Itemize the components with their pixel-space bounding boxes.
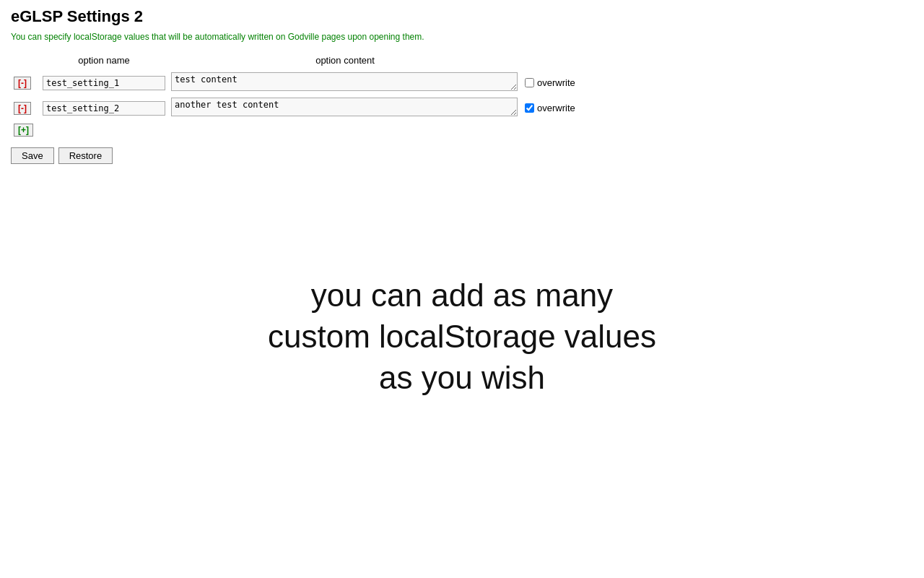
watermark-line3: as you wish (0, 357, 924, 398)
overwrite-label: overwrite (537, 77, 575, 88)
content-input[interactable] (171, 72, 518, 91)
col-header-content: option content (168, 53, 522, 70)
col-header-name: option name (40, 53, 168, 70)
col-header-remove (11, 53, 40, 70)
save-button[interactable]: Save (11, 147, 54, 164)
col-header-overwrite (522, 53, 609, 70)
add-button[interactable]: [+] (14, 124, 33, 137)
name-input[interactable] (43, 76, 165, 90)
page-subtitle: You can specify localStorage values that… (11, 32, 913, 42)
watermark-line2: custom localStorage values (0, 316, 924, 357)
overwrite-checkbox[interactable] (525, 103, 534, 113)
overwrite-checkbox[interactable] (525, 78, 534, 87)
name-input[interactable] (43, 101, 165, 116)
watermark-line1: you can add as many (0, 275, 924, 316)
remove-button[interactable]: [-] (14, 77, 31, 90)
action-buttons: Save Restore (11, 147, 913, 164)
overwrite-label: overwrite (537, 103, 575, 113)
content-input[interactable] (171, 98, 518, 116)
remove-button[interactable]: [-] (14, 102, 31, 115)
settings-table: option name option content [-]overwrite[… (11, 53, 609, 139)
add-row: [+] (11, 121, 609, 139)
watermark: you can add as many custom localStorage … (0, 275, 924, 399)
table-row: [-]overwrite (11, 95, 609, 121)
page-title: eGLSP Settings 2 (11, 7, 913, 26)
restore-button[interactable]: Restore (58, 147, 113, 164)
table-row: [-]overwrite (11, 70, 609, 95)
